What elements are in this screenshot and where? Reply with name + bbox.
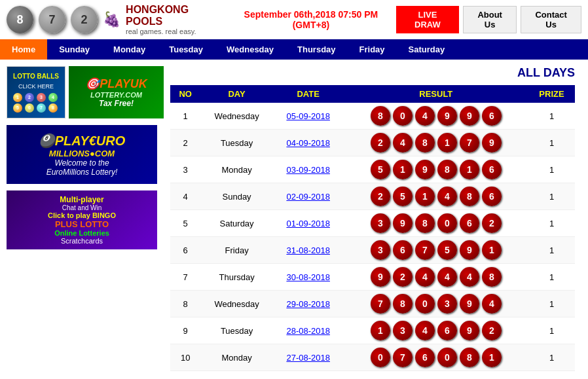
euro-millions: MILLIONS●COM [49,149,115,158]
site-name: HONGKONG POOLS real games. real easy. [126,4,226,35]
cell-no: 9 [170,317,200,344]
cell-prize: 1 [528,103,575,130]
result-ball: 8 [415,213,435,233]
nav-item-thursday[interactable]: Thursday [285,39,348,60]
plus-lotto-text: PLUS LOTTO [55,219,109,229]
nav-item-friday[interactable]: Friday [348,39,397,60]
cell-no: 5 [170,210,200,237]
result-ball: 1 [460,160,479,179]
cell-no: 8 [170,291,200,317]
cell-day: Tuesday [200,317,272,344]
cell-day: Saturday [200,210,272,237]
cell-no: 7 [170,264,200,291]
result-ball: 1 [437,133,457,153]
result-ball: 0 [371,348,390,367]
playuk-taxfree: Tax Free! [99,99,134,108]
cell-day: Sunday [200,183,272,210]
col-prize: PRIZE [528,85,575,103]
euro-welcome: Welcome to the [54,158,109,168]
nav-item-tuesday[interactable]: Tuesday [157,39,215,60]
ad-playeuro[interactable]: 🎱PLAY€URO MILLIONS●COM Welcome to the Eu… [7,125,157,184]
ad-row-1: LOTTO BALLS CLICK HERE 1 2 3 4 5 6 7 8 🎯… [7,66,164,118]
result-ball: 6 [482,187,502,206]
result-ball: 7 [371,294,390,314]
result-ball: 1 [371,321,390,340]
result-ball: 6 [393,240,413,260]
col-result: RESULT [344,85,528,103]
nav-item-home[interactable]: Home [0,39,47,60]
contact-us-button[interactable]: Contact Us [521,6,581,33]
cell-date[interactable]: 03-09-2018 [273,156,344,183]
result-ball: 9 [393,213,413,233]
result-ball: 5 [371,160,390,179]
result-ball: 8 [371,106,390,126]
header: 8 7 2 🍇 HONGKONG POOLS real games. real … [0,0,588,39]
cell-day: Friday [200,237,272,264]
ad-bingo[interactable]: Multi-player Chat and Win Click to play … [7,190,157,249]
table-row: 2Tuesday04-09-20182481791 [170,130,575,156]
cell-date[interactable]: 27-08-2018 [273,344,344,371]
lotto-click: CLICK HERE [18,83,54,90]
table-row: 7Thursday30-08-20189244481 [170,264,575,291]
ad-playuk[interactable]: 🎯PLAYUK LOTTERY.COM Tax Free! [69,66,164,118]
result-ball: 9 [460,321,479,340]
col-day: DAY [200,85,272,103]
result-ball: 3 [437,294,457,314]
header-date: September 06th,2018 07:50 PM (GMT+8) [226,9,396,30]
nav-item-saturday[interactable]: Saturday [397,39,457,60]
euro-subtitle: EuroMillions Lottery! [46,168,118,177]
result-ball: 8 [415,133,435,153]
nav-item-monday[interactable]: Monday [101,39,157,60]
result-ball: 4 [482,294,502,314]
result-ball: 4 [460,267,479,287]
result-ball: 2 [393,267,413,287]
bingo-bottom: PLUS LOTTO [55,219,109,229]
cell-date[interactable]: 02-09-2018 [273,183,344,210]
result-ball: 8 [460,348,479,367]
result-ball: 2 [371,187,390,206]
result-ball: 1 [482,348,502,367]
col-no: NO [170,85,200,103]
cell-date[interactable]: 01-09-2018 [273,210,344,237]
site-tagline: real games. real easy. [126,27,196,35]
bingo-online: Online Lotteries [54,229,109,237]
result-ball: 3 [371,213,390,233]
cell-no: 4 [170,183,200,210]
bingo-clicktoplay: Click to play BINGO [48,211,116,219]
result-ball: 8 [393,294,413,314]
table-row: 3Monday03-09-20185198161 [170,156,575,183]
cell-result: 924448 [344,264,528,291]
euro-title: 🎱PLAY€URO [39,133,125,149]
grapes-icon: 🍇 [103,11,120,28]
result-ball: 4 [415,321,435,340]
cell-date[interactable]: 04-09-2018 [273,130,344,156]
cell-date[interactable]: 31-08-2018 [273,237,344,264]
cell-prize: 1 [528,344,575,371]
result-ball: 8 [437,160,457,179]
cell-prize: 1 [528,156,575,183]
result-ball: 0 [437,348,457,367]
cell-date[interactable]: 05-09-2018 [273,103,344,130]
table-body: 1Wednesday05-09-201880499612Tuesday04-09… [170,103,575,371]
about-us-button[interactable]: About Us [463,6,517,33]
all-days-title: ALL DAYS [170,66,575,80]
cell-date[interactable]: 30-08-2018 [273,264,344,291]
cell-date[interactable]: 29-08-2018 [273,291,344,317]
ad-lotto-balls[interactable]: LOTTO BALLS CLICK HERE 1 2 3 4 5 6 7 8 [7,66,65,118]
live-draw-button[interactable]: LIVE DRAW [396,6,459,33]
cell-date[interactable]: 28-08-2018 [273,317,344,344]
table-row: 6Friday31-08-20183675911 [170,237,575,264]
results-content: ALL DAYS NO DAY DATE RESULT PRIZE 1Wedne… [164,66,581,371]
site-name-text: HONGKONG POOLS [126,4,226,27]
cell-no: 1 [170,103,200,130]
cell-result: 804996 [344,103,528,130]
nav-item-sunday[interactable]: Sunday [47,39,101,60]
cell-result: 519816 [344,156,528,183]
cell-prize: 1 [528,130,575,156]
result-ball: 9 [415,160,435,179]
result-ball: 6 [460,213,479,233]
result-ball: 6 [415,348,435,367]
logo-ball-7: 7 [39,6,65,33]
cell-no: 6 [170,237,200,264]
nav-item-wednesday[interactable]: Wednesday [215,39,285,60]
